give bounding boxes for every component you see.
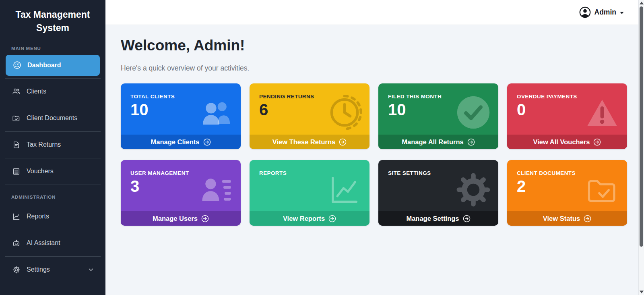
card-site-settings: SITE SETTINGS Manage Settings [378, 160, 498, 226]
card-action-view-all-vouchers[interactable]: View All Vouchers [507, 135, 627, 149]
gear-icon [456, 173, 490, 207]
card-action-view-status[interactable]: View Status [507, 211, 627, 226]
arrow-right-circle-icon [203, 138, 211, 146]
card-pending-returns: PENDING RETURNS 6 View These Returns [250, 83, 369, 149]
sidebar-item-tax-returns[interactable]: Tax Returns [0, 132, 105, 158]
sidebar-item-clients[interactable]: Clients [0, 79, 105, 105]
arrow-right-circle-icon [463, 215, 471, 222]
card-action-label: Manage Clients [151, 138, 199, 146]
clock-icon [326, 94, 363, 131]
scrollbar-up-arrow[interactable] [640, 2, 644, 4]
scrollbar-thumb[interactable] [640, 6, 643, 247]
arrow-right-circle-icon [467, 138, 475, 146]
scrollbar-down-arrow[interactable] [640, 291, 644, 293]
graph-up-icon [12, 212, 21, 221]
page-subtitle: Here's a quick overview of your activiti… [121, 64, 627, 73]
sidebar-item-label: Dashboard [27, 62, 61, 69]
person-circle-icon [579, 6, 591, 18]
card-action-label: View All Vouchers [533, 138, 590, 146]
card-filed-this-month: FILED THIS MONTH 10 Manage All Returns [378, 83, 498, 149]
sidebar-item-label: Settings [27, 266, 50, 273]
arrow-right-circle-icon [328, 215, 336, 222]
card-action-label: View Reports [283, 215, 325, 222]
card-action-manage-users[interactable]: Manage Users [121, 211, 241, 226]
people-icon [199, 96, 233, 130]
sidebar-item-label: AI Assistant [27, 239, 60, 247]
sidebar-item-client-documents[interactable]: Client Documents [0, 105, 105, 131]
gear-icon [12, 266, 21, 274]
card-total-clients: TOTAL CLIENTS 10 Man [121, 83, 241, 149]
card-action-label: View These Returns [272, 138, 336, 146]
arrow-right-circle-icon [584, 215, 591, 222]
arrow-right-circle-icon [593, 138, 601, 146]
sidebar-item-reports[interactable]: Reports [0, 204, 105, 230]
chevron-down-icon [88, 266, 94, 273]
card-action-label: Manage All Returns [402, 138, 463, 146]
sidebar-section-main-menu: MAIN MENU [11, 46, 105, 51]
robot-icon [12, 239, 21, 247]
speedometer-icon [13, 61, 21, 69]
tax-management-app: Tax Management System MAIN MENU Dashboar… [0, 0, 644, 295]
stat-cards-grid: TOTAL CLIENTS 10 Man [121, 83, 627, 226]
sidebar-divider [5, 185, 101, 185]
sidebar-item-settings[interactable]: Settings [0, 257, 105, 283]
card-action-view-reports[interactable]: View Reports [250, 211, 369, 226]
card-user-management: USER MANAGEMENT 3 [121, 160, 241, 226]
sidebar-item-ai-assistant[interactable]: AI Assistant [0, 230, 105, 256]
exclamation-triangle-icon [585, 96, 619, 130]
main-content: Welcome, Admin! Here's a quick overview … [105, 25, 638, 295]
person-lines-icon [199, 173, 233, 207]
arrow-right-circle-icon [201, 215, 209, 222]
card-overdue-payments: OVERDUE PAYMENTS 0 View All Vouchers [507, 83, 627, 149]
card-action-label: Manage Settings [406, 215, 459, 222]
card-action-label: Manage Users [153, 215, 198, 222]
topbar: Admin [105, 0, 638, 25]
sidebar-item-vouchers[interactable]: Vouchers [0, 158, 105, 185]
sidebar-item-label: Vouchers [27, 168, 54, 175]
card-action-label: View Status [543, 215, 580, 222]
sidebar-item-label: Tax Returns [27, 141, 61, 148]
arrow-right-circle-icon [339, 138, 347, 146]
sidebar-item-label: Reports [27, 213, 49, 220]
file-text-icon [12, 141, 21, 149]
card-reports: REPORTS View Reports [250, 160, 369, 226]
receipt-icon [12, 167, 21, 176]
page-title: Welcome, Admin! [121, 37, 627, 54]
folder-check-icon [585, 173, 619, 207]
card-action-manage-settings[interactable]: Manage Settings [378, 211, 498, 226]
user-label: Admin [594, 8, 616, 17]
sidebar: Tax Management System MAIN MENU Dashboar… [0, 0, 105, 295]
card-action-view-these-returns[interactable]: View These Returns [250, 135, 369, 149]
caret-down-icon [620, 12, 624, 14]
card-action-manage-all-returns[interactable]: Manage All Returns [378, 135, 498, 149]
user-menu-dropdown[interactable]: Admin [579, 6, 624, 18]
people-icon [12, 87, 21, 96]
folder-check-icon [12, 114, 21, 123]
app-title: Tax Management System [0, 0, 105, 35]
sidebar-item-label: Client Documents [27, 114, 77, 122]
sidebar-section-administration: ADMINISTRATION [11, 195, 105, 199]
sidebar-item-dashboard[interactable]: Dashboard [6, 55, 100, 76]
vertical-scrollbar[interactable] [638, 0, 644, 295]
card-client-documents: CLIENT DOCUMENTS 2 View Status [507, 160, 627, 226]
card-action-manage-clients[interactable]: Manage Clients [121, 135, 241, 149]
sidebar-item-label: Clients [27, 88, 46, 95]
check-circle-icon [455, 94, 492, 131]
graph-up-icon [328, 173, 361, 207]
